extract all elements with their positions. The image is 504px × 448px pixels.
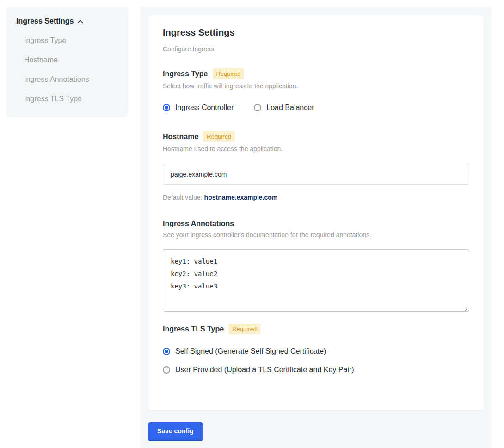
sidebar-group-ingress-settings[interactable]: Ingress Settings (16, 17, 119, 25)
radio-self-signed[interactable]: Self Signed (Generate Self Signed Certif… (163, 347, 469, 356)
radio-label: Self Signed (Generate Self Signed Certif… (175, 347, 326, 356)
tls-type-label: Ingress TLS Type (163, 325, 224, 333)
page: Ingress Settings Ingress Type Hostname I… (0, 0, 504, 448)
radio-selected-icon (163, 348, 170, 355)
radio-load-balancer[interactable]: Load Balancer (254, 104, 314, 112)
section-ingress-annotations: Ingress Annotations See your ingress con… (163, 220, 469, 312)
section-heading: Ingress Type Required (163, 68, 469, 79)
config-card: Ingress Settings Configure Ingress Ingre… (148, 15, 483, 410)
hostname-help: Hostname used to access the application. (163, 145, 469, 153)
default-value: hostname.example.com (204, 194, 278, 201)
page-title: Ingress Settings (163, 27, 469, 38)
sidebar-group-title: Ingress Settings (16, 17, 74, 25)
annotations-label: Ingress Annotations (163, 220, 234, 228)
required-badge: Required (228, 324, 260, 334)
section-hostname: Hostname Required Hostname used to acces… (163, 131, 469, 201)
annotations-textarea[interactable]: key1: value1 key2: value2 key3: value3 (163, 249, 469, 312)
ingress-type-radio-group: Ingress Controller Load Balancer (163, 104, 469, 112)
sidebar-item-ingress-tls-type[interactable]: Ingress TLS Type (24, 95, 119, 103)
hostname-default-line: Default value:hostname.example.com (163, 194, 469, 201)
hostname-label: Hostname (163, 133, 198, 141)
radio-label: Ingress Controller (175, 104, 234, 112)
page-subtitle: Configure Ingress (163, 45, 469, 53)
ingress-type-help: Select how traffic will ingress to the a… (163, 82, 469, 90)
section-ingress-type: Ingress Type Required Select how traffic… (163, 68, 469, 112)
tls-type-radio-group: Self Signed (Generate Self Signed Certif… (163, 347, 469, 374)
section-heading: Ingress TLS Type Required (163, 324, 469, 334)
save-row: Save config (148, 422, 483, 441)
config-main-panel: Ingress Settings Configure Ingress Ingre… (140, 7, 492, 448)
required-badge: Required (203, 131, 235, 142)
section-ingress-tls-type: Ingress TLS Type Required Self Signed (G… (163, 324, 469, 374)
radio-unselected-icon (163, 366, 170, 374)
ingress-type-label: Ingress Type (163, 70, 208, 78)
radio-label: Load Balancer (266, 104, 314, 112)
radio-user-provided[interactable]: User Provided (Upload a TLS Certificate … (163, 366, 469, 374)
radio-selected-icon (163, 104, 170, 111)
sidebar-item-hostname[interactable]: Hostname (24, 56, 119, 64)
radio-ingress-controller[interactable]: Ingress Controller (163, 104, 234, 112)
hostname-input[interactable] (163, 164, 469, 185)
radio-label: User Provided (Upload a TLS Certificate … (175, 366, 354, 374)
section-heading: Hostname Required (163, 131, 469, 142)
annotations-help: See your ingress controller's documentat… (163, 231, 469, 239)
config-nav-sidebar: Ingress Settings Ingress Type Hostname I… (6, 7, 128, 117)
chevron-up-icon (77, 17, 83, 25)
section-heading: Ingress Annotations (163, 220, 469, 228)
save-config-button[interactable]: Save config (148, 422, 203, 441)
default-value-label: Default value: (163, 194, 203, 201)
radio-unselected-icon (254, 104, 261, 111)
required-badge: Required (213, 68, 245, 79)
sidebar-item-ingress-type[interactable]: Ingress Type (24, 37, 119, 45)
sidebar-item-ingress-annotations[interactable]: Ingress Annotations (24, 75, 119, 84)
